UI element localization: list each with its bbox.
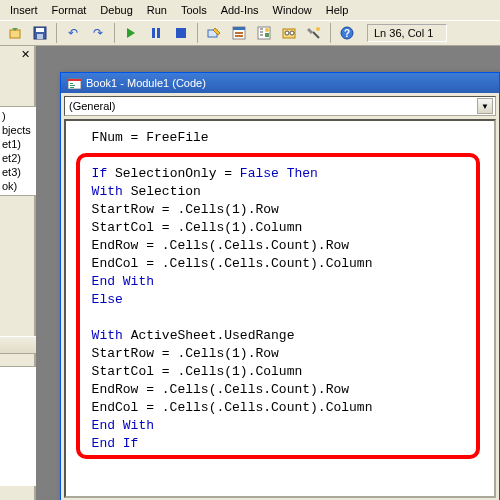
help-icon[interactable]: ? <box>336 22 358 44</box>
svg-rect-22 <box>68 79 81 81</box>
module-icon <box>67 76 81 90</box>
svg-rect-10 <box>235 32 243 34</box>
toolbar-separator <box>56 23 57 43</box>
toolbar-separator <box>197 23 198 43</box>
run-icon[interactable] <box>120 22 142 44</box>
design-mode-icon[interactable] <box>203 22 225 44</box>
chevron-down-icon[interactable]: ▼ <box>477 98 493 114</box>
toolbox-icon[interactable] <box>303 22 325 44</box>
menu-insert[interactable]: Insert <box>4 2 44 18</box>
tree-node: ok) <box>0 179 38 193</box>
undo-icon[interactable]: ↶ <box>62 22 84 44</box>
properties-header <box>0 336 38 354</box>
code-editor[interactable]: FNum = FreeFile If SelectionOnly = False… <box>64 119 496 498</box>
project-tree[interactable]: ) bjects et1) et2) et3) ok) <box>0 106 38 196</box>
svg-rect-0 <box>10 30 20 38</box>
save-icon[interactable] <box>29 22 51 44</box>
svg-text:?: ? <box>344 28 350 39</box>
menu-window[interactable]: Window <box>267 2 318 18</box>
svg-rect-2 <box>36 28 44 32</box>
code-dropdown-row: (General) ▼ <box>61 93 499 119</box>
menu-addins[interactable]: Add-Ins <box>215 2 265 18</box>
tree-node: bjects <box>0 123 38 137</box>
pause-icon[interactable] <box>145 22 167 44</box>
svg-point-16 <box>285 31 289 35</box>
stop-icon[interactable] <box>170 22 192 44</box>
svg-rect-3 <box>37 34 43 39</box>
code-window-titlebar[interactable]: Book1 - Module1 (Code) <box>61 73 499 93</box>
code-window: Book1 - Module1 (Code) (General) ▼ FNum … <box>60 72 500 500</box>
code-window-title: Book1 - Module1 (Code) <box>86 77 206 89</box>
properties-panel[interactable] <box>0 366 38 486</box>
menu-format[interactable]: Format <box>46 2 93 18</box>
menu-help[interactable]: Help <box>320 2 355 18</box>
toolbar-separator <box>330 23 331 43</box>
mdi-area: Book1 - Module1 (Code) (General) ▼ FNum … <box>36 46 500 500</box>
tree-node: et3) <box>0 165 38 179</box>
project-panel: ✕ ) bjects et1) et2) et3) ok) <box>0 46 36 500</box>
code-text[interactable]: FNum = FreeFile If SelectionOnly = False… <box>66 121 494 461</box>
menu-tools[interactable]: Tools <box>175 2 213 18</box>
object-dropdown[interactable]: (General) ▼ <box>64 96 496 116</box>
import-icon[interactable] <box>4 22 26 44</box>
menu-run[interactable]: Run <box>141 2 173 18</box>
object-browser-icon[interactable] <box>278 22 300 44</box>
svg-rect-23 <box>70 83 73 84</box>
svg-rect-4 <box>152 28 155 38</box>
tree-node: ) <box>0 109 38 123</box>
menu-bar: Insert Format Debug Run Tools Add-Ins Wi… <box>0 0 500 20</box>
svg-rect-14 <box>265 33 269 37</box>
svg-rect-6 <box>176 28 186 38</box>
cursor-position: Ln 36, Col 1 <box>367 24 447 42</box>
toolbar: ↶ ↷ ? Ln 36, Col 1 <box>0 20 500 46</box>
panel-close-icon[interactable]: ✕ <box>0 46 34 63</box>
svg-rect-11 <box>235 35 243 37</box>
redo-icon[interactable]: ↷ <box>87 22 109 44</box>
svg-point-13 <box>265 28 269 32</box>
properties-icon[interactable] <box>253 22 275 44</box>
object-dropdown-value: (General) <box>69 100 115 112</box>
svg-rect-25 <box>70 87 74 88</box>
tree-node: et2) <box>0 151 38 165</box>
svg-rect-5 <box>157 28 160 38</box>
svg-rect-9 <box>233 27 245 30</box>
svg-point-18 <box>316 27 320 31</box>
tree-node: et1) <box>0 137 38 151</box>
workspace: ✕ ) bjects et1) et2) et3) ok) Book1 - Mo… <box>0 46 500 500</box>
svg-point-17 <box>290 31 294 35</box>
svg-rect-24 <box>70 85 75 86</box>
project-explorer-icon[interactable] <box>228 22 250 44</box>
toolbar-separator <box>114 23 115 43</box>
menu-debug[interactable]: Debug <box>94 2 138 18</box>
